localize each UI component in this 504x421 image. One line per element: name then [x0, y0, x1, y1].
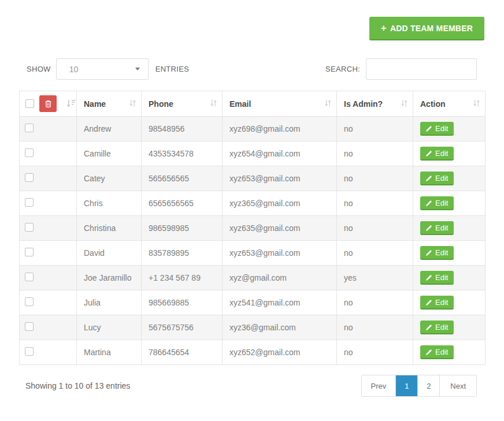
row-checkbox[interactable] [25, 173, 34, 182]
sort-icon [129, 99, 136, 109]
row-checkbox[interactable] [25, 148, 34, 157]
row-select-cell [20, 117, 77, 141]
is-admin-cell: no [337, 216, 413, 241]
row-select-cell [20, 290, 77, 315]
table-row: Julia 985669885 xyz541@gmail.com no Edit [20, 290, 486, 315]
name-cell: Julia [77, 290, 142, 315]
sort-icon [324, 99, 332, 109]
action-cell: Edit [413, 340, 486, 365]
name-cell: Catey [77, 166, 142, 191]
prev-page-button[interactable]: Prev [362, 375, 396, 396]
row-checkbox[interactable] [25, 198, 34, 207]
column-header-name[interactable]: Name [77, 91, 142, 117]
edit-button[interactable]: Edit [420, 345, 454, 359]
email-cell: xyz635@gmail.com [223, 216, 337, 241]
trash-icon [45, 100, 52, 108]
caret-down-icon [135, 68, 140, 70]
add-team-member-label: ADD TEAM MEMBER [390, 24, 473, 33]
page-button[interactable]: 1 [395, 375, 417, 396]
delete-selected-button[interactable] [39, 95, 57, 112]
table-row: Chris 6565656565 xyz365@gmail.com no Edi… [20, 191, 486, 216]
pencil-icon [425, 175, 432, 182]
sort-icon [401, 99, 408, 109]
phone-cell: 98548956 [142, 117, 223, 141]
name-cell: Andrew [77, 117, 142, 141]
select-all-checkbox[interactable] [25, 99, 34, 108]
is-admin-cell: no [337, 117, 413, 141]
email-cell: xyz653@gmail.com [223, 166, 337, 191]
page-size-select[interactable]: 10 [56, 58, 149, 80]
table-row: David 835789895 xyz653@gmail.com no Edit [20, 241, 486, 266]
edit-button[interactable]: Edit [420, 122, 454, 136]
email-cell: xyz365@gmail.com [223, 191, 337, 216]
table-row: Christina 986598985 xyz635@gmail.com no … [20, 216, 486, 241]
column-header-email[interactable]: Email [223, 91, 337, 117]
phone-cell: 6565656565 [142, 191, 223, 216]
action-cell: Edit [413, 290, 486, 315]
entries-summary: Showing 1 to 10 of 13 entries [25, 381, 130, 390]
is-admin-cell: no [337, 241, 413, 266]
is-admin-cell: no [337, 191, 413, 216]
is-admin-cell: no [337, 340, 413, 365]
row-checkbox[interactable] [25, 223, 34, 232]
pencil-icon [425, 249, 432, 256]
phone-cell: 835789895 [142, 241, 223, 266]
phone-cell: 985669885 [142, 290, 223, 315]
pencil-icon [425, 125, 432, 132]
row-checkbox[interactable] [25, 322, 34, 331]
page-size-value: 10 [69, 65, 79, 74]
edit-button[interactable]: Edit [420, 147, 454, 161]
page-button[interactable]: 2 [417, 375, 439, 396]
edit-button[interactable]: Edit [420, 296, 454, 310]
edit-button[interactable]: Edit [420, 172, 454, 185]
edit-button-label: Edit [435, 323, 448, 331]
edit-button-label: Edit [435, 248, 448, 257]
pencil-icon [425, 324, 432, 331]
column-header-phone[interactable]: Phone [142, 91, 223, 117]
row-select-cell [20, 216, 77, 241]
edit-button-label: Edit [435, 124, 448, 133]
table-row: Martina 786645654 xyz652@gmail.com no Ed… [20, 340, 486, 365]
table-row: Catey 565656565 xyz653@gmail.com no Edit [20, 166, 486, 191]
entries-label: ENTRIES [155, 65, 189, 73]
row-checkbox[interactable] [25, 347, 34, 356]
next-page-button[interactable]: Next [439, 375, 476, 396]
pencil-icon [425, 299, 432, 306]
column-header-is-admin[interactable]: Is Admin? [337, 91, 413, 117]
row-checkbox[interactable] [25, 124, 34, 132]
edit-button[interactable]: Edit [420, 246, 454, 260]
header-row: Name Phone [20, 91, 486, 117]
pencil-icon [425, 200, 432, 207]
row-checkbox[interactable] [25, 273, 34, 281]
sort-amount-icon[interactable] [66, 99, 76, 108]
email-cell: xyz@gmail.com [223, 266, 337, 290]
phone-cell: 5675675756 [142, 315, 223, 340]
is-admin-cell: no [337, 141, 413, 166]
email-cell: xyz698@gmail.com [223, 117, 337, 141]
edit-button[interactable]: Edit [420, 271, 454, 285]
row-checkbox[interactable] [25, 297, 34, 306]
email-cell: xyz36@gmail.com [223, 315, 337, 340]
table-row: Lucy 5675675756 xyz36@gmail.com no Edit [20, 315, 486, 340]
column-header-action[interactable]: Action [413, 91, 486, 117]
column-header-label: Name [84, 99, 106, 109]
edit-button-label: Edit [435, 174, 448, 182]
table-body: Andrew 98548956 xyz698@gmail.com no Edit… [20, 117, 486, 365]
edit-button[interactable]: Edit [420, 321, 454, 334]
edit-button[interactable]: Edit [420, 196, 454, 210]
name-cell: Martina [77, 340, 142, 365]
is-admin-cell: no [337, 290, 413, 315]
sort-icon [473, 99, 480, 109]
add-team-member-button[interactable]: + ADD TEAM MEMBER [369, 17, 484, 40]
phone-cell: 565656565 [142, 166, 223, 191]
row-select-cell [20, 340, 77, 365]
row-checkbox[interactable] [25, 248, 34, 256]
row-select-cell [20, 141, 77, 166]
edit-button[interactable]: Edit [420, 221, 454, 235]
is-admin-cell: no [337, 166, 413, 191]
name-cell: David [77, 241, 142, 266]
action-cell: Edit [413, 117, 486, 141]
team-members-page: + ADD TEAM MEMBER SHOW 10 ENTRIES SEARCH… [0, 0, 504, 421]
search-input[interactable] [366, 58, 477, 80]
name-cell: Camille [77, 141, 142, 166]
